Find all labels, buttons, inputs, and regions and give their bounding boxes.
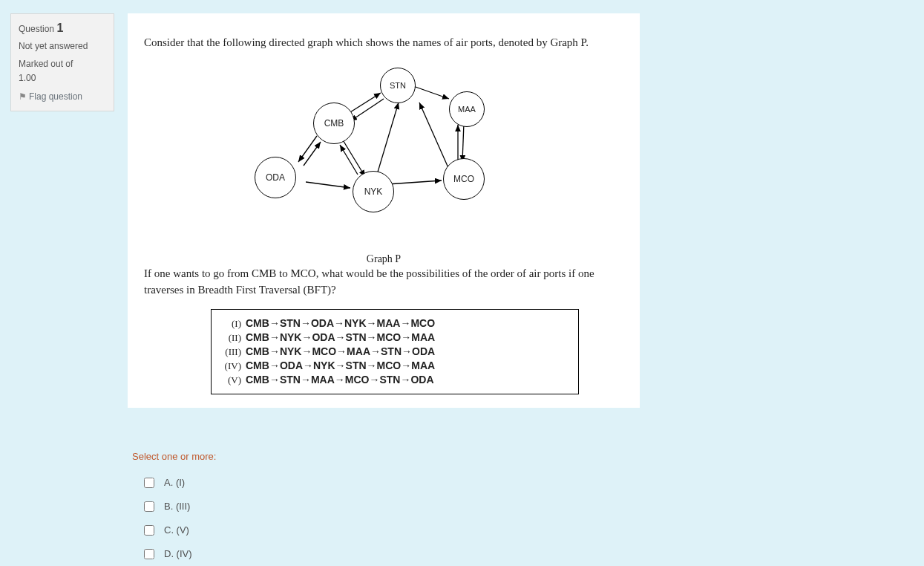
marked-out-of-value: 1.00 — [19, 73, 36, 83]
graph-caption: Graph P — [144, 253, 623, 265]
graph-figure: STN MAA CMB ODA NYK MCO — [243, 62, 525, 240]
svg-line-12 — [306, 182, 350, 188]
svg-line-7 — [376, 103, 399, 177]
answer-option[interactable]: D. (IV) — [132, 542, 825, 566]
answer-status: Not yet answered — [19, 39, 106, 53]
marked-out-of: Marked out of 1.00 — [19, 57, 106, 85]
graph-node-maa: MAA — [449, 91, 485, 127]
answer-checkbox-b[interactable] — [144, 501, 154, 512]
question-intro: Consider that the following directed gra… — [144, 34, 623, 51]
content-column: Consider that the following directed gra… — [128, 13, 825, 566]
answer-option[interactable]: A. (I) — [132, 471, 825, 495]
svg-line-11 — [304, 142, 321, 166]
graph-node-mco: MCO — [443, 158, 485, 200]
page-wrap: Question 1 Not yet answered Marked out o… — [0, 0, 924, 566]
question-info-box: Question 1 Not yet answered Marked out o… — [10, 13, 114, 111]
path-option: (V)CMB→STN→MAA→MCO→STN→ODA — [220, 374, 569, 386]
select-prompt: Select one or more: — [132, 451, 825, 462]
svg-line-10 — [298, 136, 317, 162]
svg-line-3 — [462, 123, 464, 162]
svg-line-8 — [342, 139, 365, 177]
answer-option[interactable]: B. (III) — [132, 495, 825, 518]
question-followup: If one wants to go from CMB to MCO, what… — [144, 265, 623, 299]
path-options-box: (I)CMB→STN→ODA→NYK→MAA→MCO (II)CMB→NYK→O… — [211, 309, 579, 394]
svg-line-1 — [350, 99, 384, 121]
question-number: 1 — [56, 22, 63, 34]
answer-label: D. (IV) — [164, 548, 192, 559]
answer-label: B. (III) — [164, 501, 190, 512]
flag-question-link[interactable]: ⚑Flag question — [19, 90, 106, 104]
answer-checkbox-c[interactable] — [144, 525, 154, 536]
svg-line-2 — [413, 86, 449, 99]
graph-node-oda: ODA — [255, 157, 296, 198]
path-option: (II)CMB→NYK→ODA→STN→MCO→MAA — [220, 331, 569, 344]
svg-line-6 — [387, 180, 442, 184]
marked-out-of-label: Marked out of — [19, 59, 73, 69]
answer-checkbox-a[interactable] — [144, 478, 154, 488]
answer-option[interactable]: C. (V) — [132, 518, 825, 542]
answer-label: C. (V) — [164, 524, 189, 536]
question-number-line: Question 1 — [19, 19, 106, 38]
path-option: (III)CMB→NYK→MCO→MAA→STN→ODA — [220, 345, 569, 358]
graph-node-nyk: NYK — [353, 171, 394, 212]
flag-question-label: Flag question — [29, 91, 82, 102]
svg-line-9 — [340, 145, 358, 175]
svg-line-5 — [419, 103, 449, 169]
answer-label: A. (I) — [164, 477, 185, 488]
question-label: Question — [19, 24, 54, 34]
path-option: (I)CMB→STN→ODA→NYK→MAA→MCO — [220, 317, 569, 330]
flag-icon: ⚑ — [19, 91, 27, 102]
graph-node-cmb: CMB — [313, 103, 355, 144]
graph-node-stn: STN — [380, 68, 416, 103]
answer-block: Select one or more: A. (I) B. (III) C. (… — [128, 451, 825, 567]
path-option: (IV)CMB→ODA→NYK→STN→MCO→MAA — [220, 360, 569, 372]
question-body: Consider that the following directed gra… — [128, 13, 640, 408]
answer-checkbox-d[interactable] — [144, 549, 154, 559]
